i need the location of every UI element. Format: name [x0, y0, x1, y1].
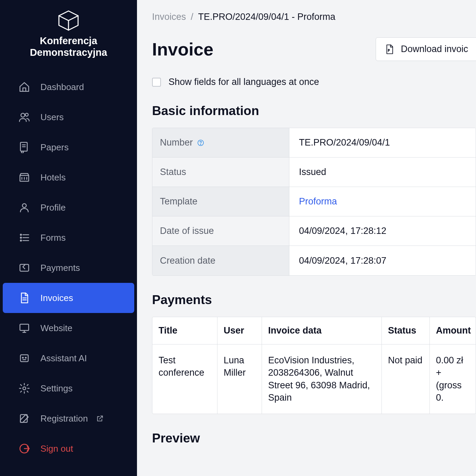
info-label: Number — [152, 128, 289, 157]
info-value-link[interactable]: Proforma — [289, 187, 476, 216]
sidebar-item-invoices[interactable]: Invoices — [3, 283, 134, 313]
info-row-status: Status Issued — [152, 158, 476, 187]
basic-information-heading: Basic information — [152, 104, 476, 118]
svg-point-11 — [20, 234, 21, 235]
info-value: TE.PRO/2024/09/04/1 — [289, 128, 476, 157]
table-header: Title User Invoice data Status Amount — [152, 317, 476, 345]
svg-point-27 — [23, 387, 26, 390]
payments-table: Title User Invoice data Status Amount Te… — [152, 317, 476, 414]
pdf-icon — [385, 44, 394, 54]
sidebar-item-label: Settings — [40, 383, 73, 394]
info-value: Issued — [289, 158, 476, 187]
signout-icon — [18, 443, 30, 454]
sidebar-item-label: Hotels — [40, 172, 66, 183]
show-all-languages-label: Show fields for all languages at once — [168, 77, 319, 87]
info-value: 04/09/2024, 17:28:12 — [289, 216, 476, 246]
nav: Dashboard Users Papers Hotels Profile — [0, 72, 137, 464]
sidebar: Konferencja Demonstracyjna Dashboard Use… — [0, 0, 137, 476]
title-row: Invoice Download invoic — [152, 37, 476, 61]
brand: Konferencja Demonstracyjna — [0, 10, 137, 58]
info-label: Status — [152, 158, 289, 187]
col-status: Status — [382, 317, 430, 344]
forms-icon — [18, 232, 30, 243]
breadcrumb-root[interactable]: Invoices — [152, 12, 186, 22]
svg-point-32 — [200, 144, 201, 144]
website-icon — [18, 322, 30, 334]
svg-rect-23 — [21, 355, 28, 362]
download-label: Download invoic — [401, 44, 468, 54]
sidebar-item-payments[interactable]: Payments — [3, 253, 134, 283]
home-icon — [18, 81, 30, 93]
hotels-icon — [18, 172, 30, 183]
info-label: Template — [152, 187, 289, 216]
cell-title: Test conference — [152, 345, 217, 414]
info-value: 04/09/2024, 17:28:07 — [289, 246, 476, 275]
invoices-icon — [18, 292, 30, 304]
payments-heading: Payments — [152, 293, 476, 307]
col-user: User — [217, 317, 262, 344]
svg-point-0 — [21, 113, 25, 117]
profile-icon — [18, 202, 30, 213]
sidebar-item-profile[interactable]: Profile — [3, 192, 134, 223]
info-row-date-issue: Date of issue 04/09/2024, 17:28:12 — [152, 216, 476, 246]
svg-point-25 — [25, 358, 26, 359]
col-title: Title — [152, 317, 217, 344]
sidebar-item-label: Dashboard — [40, 82, 84, 92]
cell-user: Luna Miller — [217, 345, 262, 414]
sidebar-item-signout[interactable]: Sign out — [3, 434, 134, 464]
preview-heading: Preview — [152, 431, 476, 446]
info-row-number: Number TE.PRO/2024/09/04/1 — [152, 128, 476, 158]
download-invoice-button[interactable]: Download invoic — [376, 37, 476, 61]
help-icon[interactable] — [197, 139, 204, 147]
info-label: Date of issue — [152, 216, 289, 246]
sidebar-item-website[interactable]: Website — [3, 313, 134, 343]
breadcrumb: Invoices / TE.PRO/2024/09/04/1 - Proform… — [152, 12, 476, 22]
svg-point-15 — [20, 240, 21, 241]
number-label-text: Number — [160, 137, 193, 148]
sidebar-item-papers[interactable]: Papers — [3, 132, 134, 162]
table-row: Test conference Luna Miller EcoVision In… — [152, 345, 476, 414]
svg-point-13 — [20, 237, 21, 238]
main: Invoices / TE.PRO/2024/09/04/1 - Proform… — [137, 0, 476, 476]
sidebar-item-label: Payments — [40, 263, 80, 273]
cell-amount: 0.00 zł + (gross 0. — [430, 345, 476, 414]
svg-rect-20 — [20, 324, 29, 330]
page-title: Invoice — [152, 39, 213, 60]
show-all-languages-row: Show fields for all languages at once — [152, 77, 476, 87]
sidebar-item-label: Assistant AI — [40, 353, 87, 364]
sidebar-item-registration[interactable]: Registration — [3, 403, 134, 434]
papers-icon — [18, 141, 30, 153]
svg-point-10 — [22, 204, 26, 208]
assistant-icon — [18, 352, 30, 364]
cell-invoice-data: EcoVision Industries, 2038264306, Walnut… — [262, 345, 382, 414]
sidebar-item-label: Forms — [40, 233, 66, 243]
sidebar-item-label: Website — [40, 323, 72, 334]
breadcrumb-current: TE.PRO/2024/09/04/1 - Proforma — [198, 12, 336, 22]
registration-icon — [18, 413, 30, 424]
info-row-template: Template Proforma — [152, 187, 476, 216]
cell-status: Not paid — [382, 345, 430, 414]
col-invoice-data: Invoice data — [262, 317, 382, 344]
svg-point-5 — [22, 151, 24, 153]
sidebar-item-label: Users — [40, 112, 64, 123]
sidebar-item-hotels[interactable]: Hotels — [3, 162, 134, 192]
col-amount: Amount — [430, 317, 476, 344]
sidebar-item-users[interactable]: Users — [3, 102, 134, 132]
users-icon — [18, 111, 30, 123]
sidebar-item-assistant[interactable]: Assistant AI — [3, 343, 134, 373]
sidebar-item-label: Profile — [40, 202, 66, 213]
sidebar-item-label: Sign out — [40, 443, 73, 454]
payments-icon — [18, 262, 30, 274]
show-all-languages-checkbox[interactable] — [152, 78, 161, 87]
external-link-icon — [96, 415, 104, 422]
sidebar-item-dashboard[interactable]: Dashboard — [3, 72, 134, 102]
sidebar-item-forms[interactable]: Forms — [3, 223, 134, 253]
cube-icon — [56, 10, 81, 32]
svg-point-1 — [25, 113, 28, 116]
brand-title: Konferencja Demonstracyjna — [7, 35, 130, 58]
sidebar-item-label: Invoices — [40, 293, 73, 303]
sidebar-item-settings[interactable]: Settings — [3, 373, 134, 403]
settings-icon — [18, 383, 30, 394]
info-label: Creation date — [152, 246, 289, 275]
sidebar-item-label: Papers — [40, 142, 68, 153]
